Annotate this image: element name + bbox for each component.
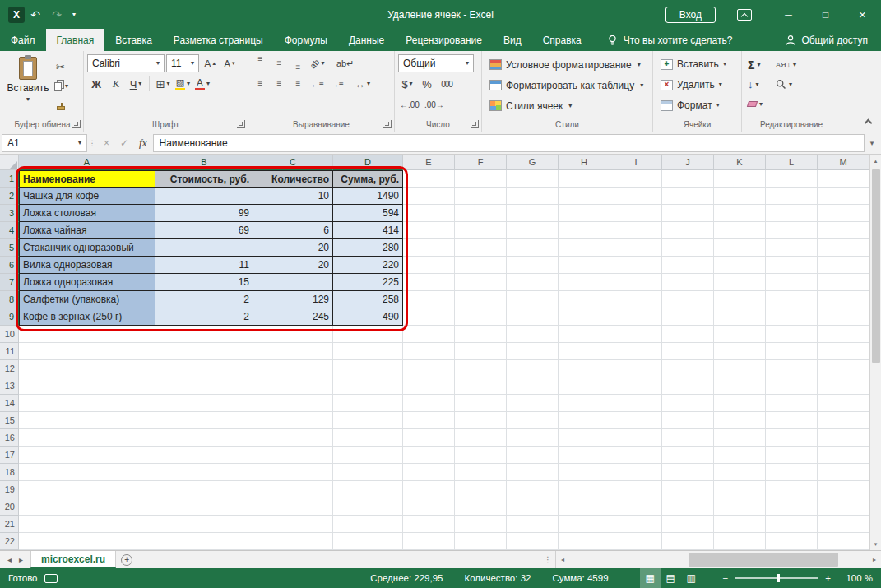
cell-I22[interactable] [610, 533, 662, 550]
cell-E14[interactable] [403, 395, 455, 412]
font-name-combobox[interactable]: Calibri▾ [87, 54, 165, 72]
cell-K17[interactable] [714, 447, 766, 464]
cell-J10[interactable] [662, 326, 714, 343]
cell-C21[interactable] [253, 516, 333, 533]
horizontal-scrollbar[interactable]: ◂ ▸ [555, 551, 881, 568]
cell-F7[interactable] [455, 274, 507, 291]
cell-I9[interactable] [610, 308, 662, 326]
cell-B12[interactable] [155, 360, 253, 377]
cell-M6[interactable] [818, 257, 869, 274]
cell-C12[interactable] [253, 360, 333, 377]
cell-B18[interactable] [155, 464, 253, 481]
page-layout-view-button[interactable]: ▤ [661, 568, 681, 588]
cell-J7[interactable] [662, 274, 714, 291]
cell-F6[interactable] [455, 257, 507, 274]
customize-quick-access-button[interactable]: ▾ [67, 11, 81, 18]
cell-E21[interactable] [403, 516, 455, 533]
cell-L9[interactable] [766, 308, 818, 326]
confirm-entry-button[interactable]: ✓ [120, 137, 128, 149]
cell-K10[interactable] [714, 326, 766, 343]
increase-font-button[interactable]: А▴ [201, 54, 219, 72]
undo-button[interactable]: ↶ [25, 4, 46, 25]
cell-K20[interactable] [714, 498, 766, 516]
cell-C6[interactable]: 20 [253, 257, 333, 274]
cell-K8[interactable] [714, 291, 766, 308]
cell-I5[interactable] [610, 239, 662, 257]
cell-J18[interactable] [662, 464, 714, 481]
cell-B16[interactable] [155, 429, 253, 447]
align-top-button[interactable]: ≡ [252, 55, 269, 72]
cell-G11[interactable] [507, 343, 559, 360]
cell-M16[interactable] [818, 429, 869, 447]
cell-J11[interactable] [662, 343, 714, 360]
cell-C14[interactable] [253, 395, 333, 412]
cell-D10[interactable] [333, 326, 403, 343]
cell-B11[interactable] [155, 343, 253, 360]
cell-L5[interactable] [766, 239, 818, 257]
cell-L3[interactable] [766, 205, 818, 222]
cell-L12[interactable] [766, 360, 818, 377]
cell-M20[interactable] [818, 498, 869, 516]
cell-C19[interactable] [253, 481, 333, 498]
cell-M8[interactable] [818, 291, 869, 308]
cell-K1[interactable] [714, 170, 766, 188]
cell-E20[interactable] [403, 498, 455, 516]
cell-L16[interactable] [766, 429, 818, 447]
cell-F1[interactable] [455, 170, 507, 188]
align-left-button[interactable]: ≡ [252, 76, 269, 92]
cell-F2[interactable] [455, 188, 507, 205]
cell-L4[interactable] [766, 222, 818, 239]
cell-E13[interactable] [403, 377, 455, 395]
cell-L11[interactable] [766, 343, 818, 360]
cell-M19[interactable] [818, 481, 869, 498]
tab-page-layout[interactable]: Разметка страницы [163, 29, 274, 51]
cell-G16[interactable] [507, 429, 559, 447]
column-header-I[interactable]: I [610, 155, 662, 170]
normal-view-button[interactable]: ▦ [640, 568, 661, 588]
cell-E10[interactable] [403, 326, 455, 343]
cell-B17[interactable] [155, 447, 253, 464]
ribbon-display-options-button[interactable] [737, 9, 752, 21]
cell-E2[interactable] [403, 188, 455, 205]
cell-A16[interactable] [19, 429, 155, 447]
row-header-13[interactable]: 13 [0, 377, 19, 395]
cell-G3[interactable] [507, 205, 559, 222]
cell-A1[interactable]: Наименование [19, 170, 155, 188]
cell-M14[interactable] [818, 395, 869, 412]
cell-G21[interactable] [507, 516, 559, 533]
cell-A13[interactable] [19, 377, 155, 395]
cell-D7[interactable]: 225 [333, 274, 403, 291]
zoom-out-button[interactable]: − [723, 573, 729, 583]
cell-J2[interactable] [662, 188, 714, 205]
cell-G14[interactable] [507, 395, 559, 412]
cell-H9[interactable] [559, 308, 610, 326]
cell-F11[interactable] [455, 343, 507, 360]
row-header-17[interactable]: 17 [0, 447, 19, 464]
cell-C8[interactable]: 129 [253, 291, 333, 308]
cell-I12[interactable] [610, 360, 662, 377]
cell-I8[interactable] [610, 291, 662, 308]
cell-M10[interactable] [818, 326, 869, 343]
cell-B9[interactable]: 2 [155, 308, 253, 326]
row-header-1[interactable]: 1 [0, 170, 19, 188]
cut-button[interactable]: ✂ [51, 58, 70, 76]
cell-A9[interactable]: Кофе в зернах (250 г) [19, 308, 155, 326]
cell-K5[interactable] [714, 239, 766, 257]
cell-A14[interactable] [19, 395, 155, 412]
column-header-E[interactable]: E [403, 155, 455, 170]
cell-D5[interactable]: 280 [333, 239, 403, 257]
tab-file[interactable]: Файл [0, 29, 46, 51]
cell-H17[interactable] [559, 447, 610, 464]
cell-A5[interactable]: Стаканчик одноразовый [19, 239, 155, 257]
cell-G2[interactable] [507, 188, 559, 205]
new-sheet-button[interactable]: + [116, 551, 137, 568]
cell-C10[interactable] [253, 326, 333, 343]
cell-D1[interactable]: Сумма, руб. [333, 170, 403, 188]
cell-B19[interactable] [155, 481, 253, 498]
row-header-9[interactable]: 9 [0, 308, 19, 326]
cell-G7[interactable] [507, 274, 559, 291]
row-header-22[interactable]: 22 [0, 533, 19, 550]
cell-L17[interactable] [766, 447, 818, 464]
font-dialog-launcher[interactable] [237, 120, 245, 128]
cell-A11[interactable] [19, 343, 155, 360]
